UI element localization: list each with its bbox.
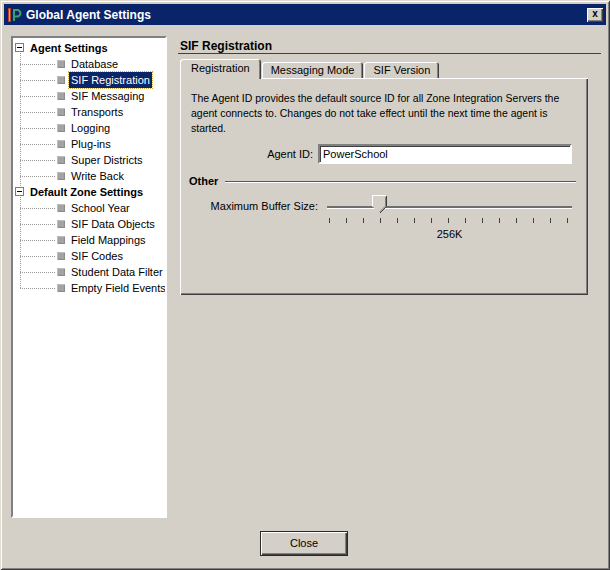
tree-branch-line — [20, 288, 55, 289]
agent-id-label: Agent ID: — [180, 148, 318, 160]
tab-messaging-mode[interactable]: Messaging Mode — [262, 62, 364, 78]
slider-tick — [533, 218, 534, 223]
slider-tick — [567, 218, 568, 223]
slider-tick — [499, 218, 500, 223]
close-window-button[interactable]: x — [587, 8, 603, 22]
tree-item-label: Transports — [69, 104, 125, 120]
tree-item-icon — [57, 156, 65, 164]
close-button[interactable]: Close — [260, 531, 348, 556]
settings-tree-inner: Agent SettingsDatabaseSIF RegistrationSI… — [13, 40, 165, 516]
slider-tick — [414, 218, 415, 223]
page-title-separator — [178, 53, 601, 54]
tree-item-default-zone-settings[interactable]: Default Zone Settings — [13, 184, 165, 200]
tree-item-icon — [57, 252, 65, 260]
tree-item-icon — [57, 284, 65, 292]
tree-branch-line — [20, 224, 55, 225]
agent-id-row: Agent ID: — [180, 144, 578, 164]
tree-item-icon — [57, 220, 65, 228]
global-agent-settings-dialog: Global Agent Settings x Agent SettingsDa… — [0, 0, 610, 570]
tree-item-school-year[interactable]: School Year — [13, 200, 165, 216]
tree-item-icon — [57, 172, 65, 180]
page-title: SIF Registration — [180, 39, 272, 53]
tree-item-super-districts[interactable]: Super Districts — [13, 152, 165, 168]
tree-item-icon — [57, 268, 65, 276]
tree-item-label: Super Districts — [69, 152, 145, 168]
buffer-size-label: Maximum Buffer Size: — [180, 200, 318, 212]
tree-item-sif-codes[interactable]: SIF Codes — [13, 248, 165, 264]
agent-id-input[interactable] — [318, 144, 572, 164]
tree-item-agent-settings[interactable]: Agent Settings — [13, 40, 165, 56]
tree-group-label: Default Zone Settings — [30, 184, 143, 200]
slider-tick — [465, 218, 466, 223]
registration-tab-panel: The Agent ID provides the default source… — [180, 78, 588, 295]
slider-tick — [431, 218, 432, 223]
settings-tree[interactable]: Agent SettingsDatabaseSIF RegistrationSI… — [11, 36, 167, 518]
slider-tick — [550, 218, 551, 223]
tree-item-label: Plug-ins — [69, 136, 113, 152]
tree-branch-line — [20, 240, 55, 241]
tree-item-transports[interactable]: Transports — [13, 104, 165, 120]
tree-item-icon — [57, 92, 65, 100]
tree-branch-line — [20, 160, 55, 161]
tree-item-write-back[interactable]: Write Back — [13, 168, 165, 184]
tree-item-label: School Year — [69, 200, 132, 216]
slider-tick — [346, 218, 347, 223]
slider-track[interactable] — [327, 206, 572, 209]
tree-item-icon — [57, 76, 65, 84]
tree-item-plug-ins[interactable]: Plug-ins — [13, 136, 165, 152]
slider-tick — [516, 218, 517, 223]
slider-tick — [329, 218, 330, 223]
tree-branch-line — [20, 272, 55, 273]
tree-item-student-data-filter[interactable]: Student Data Filter — [13, 264, 165, 280]
titlebar: Global Agent Settings x — [4, 4, 606, 25]
slider-tick — [397, 218, 398, 223]
tree-item-label: SIF Messaging — [69, 88, 146, 104]
tab-registration[interactable]: Registration — [180, 59, 261, 79]
tree-branch-line — [20, 80, 55, 81]
other-section-heading: Other — [189, 175, 218, 187]
other-separator-line — [225, 181, 576, 183]
collapse-expander-icon[interactable] — [15, 43, 24, 52]
slider-thumb[interactable] — [372, 195, 387, 214]
tree-item-field-mappings[interactable]: Field Mappings — [13, 232, 165, 248]
tree-item-label: SIF Registration — [69, 72, 152, 88]
tree-item-sif-data-objects[interactable]: SIF Data Objects — [13, 216, 165, 232]
tree-item-logging[interactable]: Logging — [13, 120, 165, 136]
tree-item-label: SIF Data Objects — [69, 216, 157, 232]
tree-item-empty-field-events[interactable]: Empty Field Events — [13, 280, 165, 296]
tree-item-label: Empty Field Events — [69, 280, 167, 296]
tree-item-label: SIF Codes — [69, 248, 125, 264]
tree-branch-line — [20, 112, 55, 113]
collapse-expander-icon[interactable] — [15, 187, 24, 196]
tree-branch-line — [20, 208, 55, 209]
buffer-size-value: 256K — [327, 228, 572, 240]
tree-branch-line — [20, 64, 55, 65]
tree-item-icon — [57, 124, 65, 132]
tree-item-sif-messaging[interactable]: SIF Messaging — [13, 88, 165, 104]
slider-tick — [363, 218, 364, 223]
tree-item-icon — [57, 236, 65, 244]
tree-item-icon — [57, 108, 65, 116]
slider-tick-marks — [329, 218, 568, 223]
tab-sif-version[interactable]: SIF Version — [364, 62, 439, 78]
tree-group-label: Agent Settings — [30, 40, 108, 56]
tree-branch-line — [20, 96, 55, 97]
agent-id-description: The Agent ID provides the default source… — [191, 91, 583, 136]
tree-item-icon — [57, 140, 65, 148]
powerschool-logo-icon — [7, 7, 22, 23]
tree-item-label: Student Data Filter — [69, 264, 165, 280]
slider-tick — [448, 218, 449, 223]
tab-bar: RegistrationMessaging ModeSIF Version — [180, 59, 440, 78]
slider-tick — [380, 218, 381, 223]
tree-item-sif-registration[interactable]: SIF Registration — [13, 72, 165, 88]
tree-item-icon — [57, 60, 65, 68]
buffer-size-slider[interactable]: 256K — [327, 193, 572, 245]
window-title: Global Agent Settings — [26, 8, 587, 22]
tree-item-label: Write Back — [69, 168, 126, 184]
tree-branch-line — [20, 144, 55, 145]
tree-branch-line — [20, 176, 55, 177]
tree-item-database[interactable]: Database — [13, 56, 165, 72]
tree-item-icon — [57, 204, 65, 212]
tree-item-label: Field Mappings — [69, 232, 148, 248]
other-section-separator: Other — [189, 175, 576, 187]
